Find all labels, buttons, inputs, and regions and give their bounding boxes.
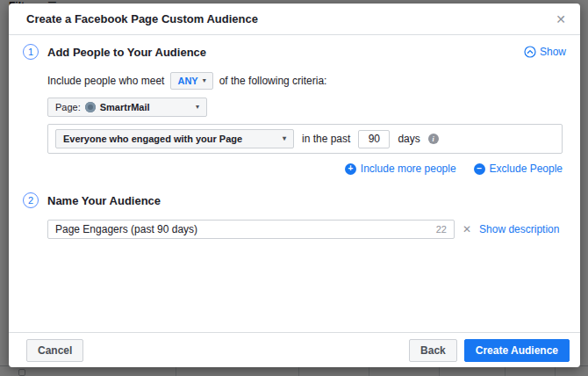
cancel-button[interactable]: Cancel — [26, 339, 83, 362]
caret-down-icon: ▾ — [203, 77, 206, 84]
days-input[interactable] — [358, 130, 390, 148]
modal-footer: Cancel Back Create Audience — [9, 332, 580, 367]
back-button[interactable]: Back — [409, 339, 457, 362]
in-the-past-label: in the past — [302, 133, 350, 145]
engagement-criteria-box: Everyone who engaged with your Page ▾ in… — [47, 124, 563, 154]
include-more-people-link[interactable]: + Include more people — [345, 163, 456, 175]
create-custom-audience-modal: Create a Facebook Page Custom Audience ✕… — [9, 4, 580, 367]
audience-name-input[interactable]: Page Engagers (past 90 days) 22 — [47, 220, 455, 239]
engagement-type-value: Everyone who engaged with your Page — [63, 134, 242, 144]
chevron-circle-icon — [524, 46, 536, 58]
days-label: days — [398, 133, 419, 145]
step2-number-badge: 2 — [23, 192, 39, 208]
criteria-prefix: Include people who meet — [47, 75, 164, 87]
engagement-type-dropdown[interactable]: Everyone who engaged with your Page ▾ — [55, 129, 294, 148]
clear-name-icon[interactable]: ✕ — [463, 223, 471, 235]
step1-heading: Add People to Your Audience — [47, 46, 206, 59]
close-icon[interactable]: ✕ — [556, 13, 566, 25]
step2-header: 2 Name Your Audience — [23, 192, 566, 208]
include-more-people-label: Include more people — [361, 163, 456, 175]
plus-circle-icon: + — [345, 163, 356, 175]
page-dropdown-value: SmartrMail — [100, 102, 150, 112]
minus-circle-icon: − — [474, 163, 485, 175]
show-toggle-link[interactable]: Show — [524, 46, 566, 58]
modal-title: Create a Facebook Page Custom Audience — [26, 12, 556, 25]
page-dropdown[interactable]: Page: SmartrMail ▾ — [47, 98, 207, 117]
page-dropdown-label: Page: — [55, 102, 81, 112]
step1-number-badge: 1 — [23, 44, 39, 60]
audience-links-row: + Include more people − Exclude People — [23, 163, 563, 175]
step1-header: 1 Add People to Your Audience Show — [23, 44, 566, 60]
char-count: 22 — [436, 224, 447, 235]
caret-down-icon: ▾ — [283, 135, 286, 142]
info-icon[interactable]: i — [428, 134, 439, 144]
show-toggle-label: Show — [540, 46, 566, 58]
step2-heading: Name Your Audience — [47, 194, 161, 207]
show-description-link[interactable]: Show description — [479, 223, 559, 235]
exclude-people-label: Exclude People — [490, 163, 563, 175]
page-avatar-icon — [85, 102, 96, 112]
audience-name-value: Page Engagers (past 90 days) — [55, 223, 431, 235]
exclude-people-link[interactable]: − Exclude People — [474, 163, 563, 175]
modal-body: 1 Add People to Your Audience Show Inclu… — [9, 35, 580, 332]
criteria-suffix: of the following criteria: — [219, 75, 327, 87]
caret-down-icon: ▾ — [196, 104, 199, 111]
create-audience-button[interactable]: Create Audience — [464, 339, 570, 362]
match-type-dropdown[interactable]: ANY ▾ — [170, 72, 212, 90]
criteria-sentence: Include people who meet ANY ▾ of the fol… — [47, 72, 566, 90]
audience-name-row: Page Engagers (past 90 days) 22 ✕ Show d… — [47, 220, 566, 239]
match-type-value: ANY — [177, 76, 197, 86]
modal-header: Create a Facebook Page Custom Audience ✕ — [9, 4, 580, 35]
